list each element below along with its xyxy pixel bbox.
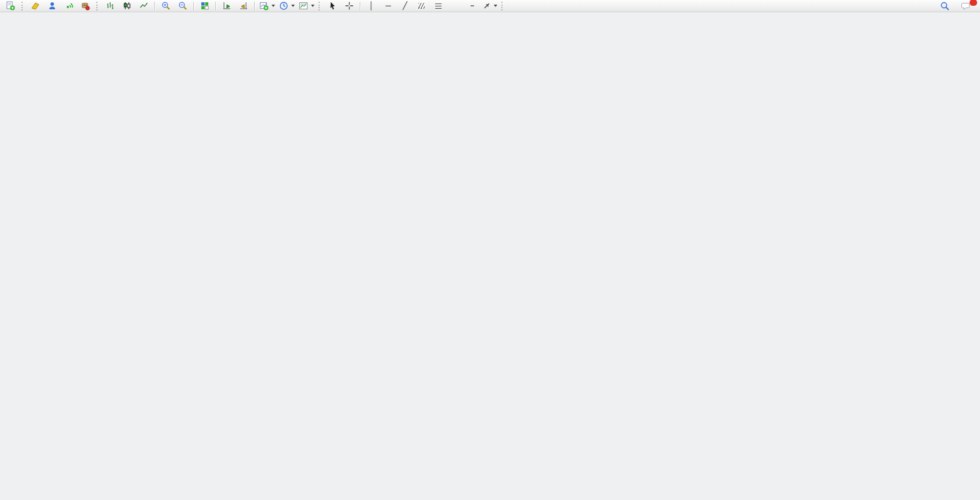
trendline-tool-button[interactable]: ╱ <box>397 1 413 12</box>
search-icon <box>940 1 950 11</box>
chevron-down-icon <box>272 5 275 7</box>
zoom-out-icon <box>178 1 187 10</box>
tile-windows-button[interactable] <box>197 1 213 12</box>
toolbar-grip <box>319 2 321 10</box>
search-button[interactable] <box>936 1 953 12</box>
toolbar-separator <box>360 2 361 10</box>
zoom-in-icon <box>161 1 171 10</box>
toolbar-grip <box>21 2 24 10</box>
toolbar-separator <box>254 2 255 10</box>
toolbar-grip <box>96 2 99 10</box>
cursor-icon <box>328 1 337 10</box>
text-label-tool-button[interactable] <box>464 1 480 12</box>
chevron-down-icon <box>311 5 314 7</box>
fibonacci-tool-button[interactable] <box>431 1 447 12</box>
toolbar-separator <box>154 2 156 10</box>
autotrade-button[interactable] <box>78 1 94 12</box>
autotrade-icon <box>81 1 90 10</box>
signals-button[interactable] <box>61 1 77 12</box>
chart-window[interactable] <box>0 0 980 500</box>
crosshair-tool-button[interactable] <box>341 1 357 12</box>
text-tool-button[interactable] <box>447 1 464 12</box>
arrows-tool-button[interactable] <box>481 1 499 12</box>
line-chart-icon <box>139 1 149 10</box>
toolbar-grip <box>501 2 504 10</box>
community-icon <box>48 1 57 10</box>
bar-chart-button[interactable] <box>102 1 118 12</box>
candlestick-chart-icon <box>122 1 132 10</box>
trendline-icon: ╱ <box>403 2 407 10</box>
auto-scroll-button[interactable] <box>219 1 235 12</box>
auto-scroll-icon <box>222 1 232 10</box>
candlestick-chart-button[interactable] <box>119 1 135 12</box>
arrows-icon <box>483 2 491 10</box>
vertical-line-icon: │ <box>369 2 374 10</box>
horizontal-line-icon: ─ <box>385 2 390 10</box>
notification-badge <box>970 0 977 6</box>
equidistant-channel-icon <box>418 3 425 9</box>
new-order-icon <box>6 1 15 10</box>
community-button[interactable] <box>44 1 60 12</box>
indicators-icon <box>259 1 269 10</box>
bar-chart-icon <box>106 1 115 10</box>
chart-shift-icon <box>239 1 248 10</box>
crosshair-icon <box>345 1 354 10</box>
equidistant-channel-tool-button[interactable] <box>414 1 430 12</box>
periods-button[interactable] <box>277 1 296 12</box>
templates-icon <box>299 1 308 10</box>
clock-icon <box>279 1 288 10</box>
metaeditor-button[interactable] <box>27 1 44 12</box>
line-chart-button[interactable] <box>136 1 152 12</box>
text-label-icon <box>471 5 474 6</box>
templates-button[interactable] <box>297 1 316 12</box>
fibonacci-icon <box>435 3 442 9</box>
cursor-tool-button[interactable] <box>324 1 341 12</box>
zoom-out-button[interactable] <box>175 1 191 12</box>
indicators-button[interactable] <box>258 1 277 12</box>
new-order-button[interactable] <box>3 1 19 12</box>
vertical-line-tool-button[interactable]: │ <box>363 1 379 12</box>
tile-windows-icon <box>200 1 209 10</box>
notifications-button[interactable] <box>957 1 974 12</box>
toolbar-separator <box>193 2 194 10</box>
chart-shift-button[interactable] <box>236 1 252 12</box>
metaeditor-icon <box>31 1 40 10</box>
chevron-down-icon <box>291 5 295 7</box>
horizontal-line-tool-button[interactable]: ─ <box>380 1 396 12</box>
toolbar-separator <box>215 2 216 10</box>
toolbar-right-group <box>936 1 974 12</box>
main-toolbar: │ ─ ╱ <box>0 0 980 12</box>
chevron-down-icon <box>494 5 497 7</box>
chat-bubble-icon <box>961 1 971 10</box>
signals-icon <box>64 1 74 10</box>
zoom-in-button[interactable] <box>158 1 174 12</box>
